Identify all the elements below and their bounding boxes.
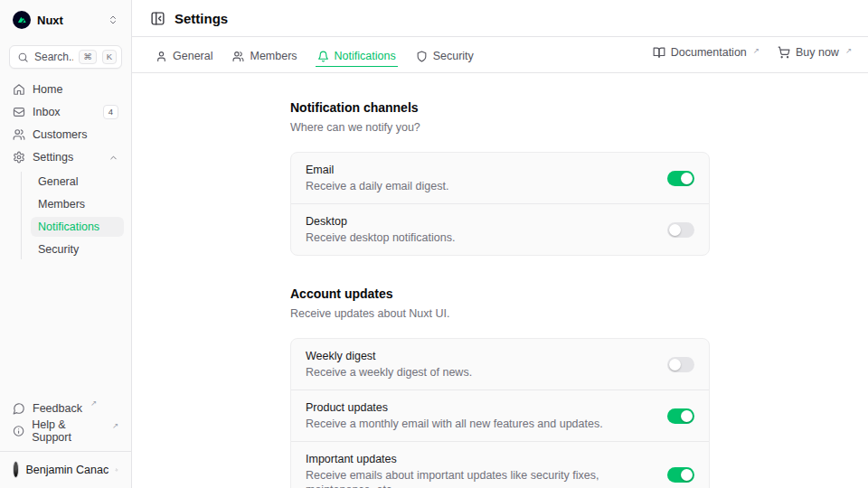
setting-row-email: Email Receive a daily email digest.	[291, 153, 709, 203]
setting-row-product-updates: Product updates Receive a monthly email …	[291, 389, 709, 441]
main-panel: Settings General Members Notifications S…	[132, 0, 868, 488]
tab-general[interactable]: General	[154, 42, 214, 67]
toolbar-button-label: Buy now	[796, 46, 839, 59]
setting-description: Receive emails about important updates l…	[306, 468, 653, 488]
collapse-sidebar-icon[interactable]	[150, 11, 165, 26]
setting-label: Email	[306, 163, 653, 177]
sidebar-item-label: Security	[38, 243, 79, 256]
settings-subnav: General Members Notifications Security	[21, 172, 124, 259]
tabs: General Members Notifications Security	[154, 42, 476, 72]
chevrons-up-down-icon	[115, 465, 118, 475]
inbox-icon	[13, 106, 25, 118]
tab-label: Notifications	[335, 50, 396, 62]
sidebar-item-members[interactable]: Members	[31, 194, 124, 214]
shield-icon	[416, 51, 428, 62]
weekly-digest-toggle[interactable]	[667, 357, 694, 372]
kbd-cmd: ⌘	[79, 50, 97, 64]
user-name: Benjamin Canac	[25, 464, 108, 476]
section-subtitle: Where can we notify you?	[290, 120, 710, 135]
documentation-button[interactable]: Documentation ↗	[646, 42, 767, 62]
sidebar: Nuxt ⌘ K Home Inbox 4 Customers Settings	[0, 0, 132, 488]
kbd-k: K	[102, 50, 117, 64]
sidebar-item-security[interactable]: Security	[31, 239, 124, 259]
user-menu[interactable]: Benjamin Canac	[7, 458, 124, 481]
toolbar: General Members Notifications Security D…	[132, 37, 868, 73]
toolbar-button-label: Documentation	[671, 46, 747, 59]
sidebar-item-inbox[interactable]: Inbox 4	[7, 102, 124, 122]
sidebar-item-label: Customers	[33, 128, 87, 141]
section-notification-channels: Notification channels Where can we notif…	[290, 99, 710, 256]
email-toggle[interactable]	[667, 171, 694, 186]
tab-label: General	[173, 50, 212, 62]
section-title: Account updates	[290, 286, 710, 302]
toolbar-actions: Documentation ↗ Buy now ↗	[646, 42, 859, 62]
setting-row-weekly-digest: Weekly digest Receive a weekly digest of…	[291, 339, 709, 389]
tab-label: Security	[433, 50, 474, 62]
setting-label: Product updates	[306, 400, 653, 415]
sidebar-item-home[interactable]: Home	[7, 80, 124, 99]
footer-link-label: Feedback	[33, 402, 82, 415]
chevrons-up-down-icon	[108, 14, 118, 25]
external-link-icon: ↗	[753, 46, 760, 55]
chevron-up-icon	[108, 153, 118, 163]
help-support-link[interactable]: Help & Support ↗	[7, 421, 124, 441]
sidebar-item-label: General	[38, 175, 78, 188]
sidebar-item-label: Home	[33, 83, 62, 96]
info-circle-icon	[13, 425, 24, 437]
setting-description: Receive a weekly digest of news.	[306, 365, 653, 380]
nuxt-logo-icon	[13, 11, 31, 29]
section-subtitle: Receive updates about Nuxt UI.	[290, 306, 710, 321]
chat-bubble-icon	[13, 402, 25, 415]
home-icon	[13, 83, 25, 96]
cart-icon	[778, 46, 790, 59]
external-link-icon: ↗	[845, 46, 852, 55]
sidebar-item-general[interactable]: General	[31, 172, 124, 192]
tab-members[interactable]: Members	[231, 42, 298, 67]
setting-label: Weekly digest	[306, 349, 653, 363]
bell-icon	[317, 51, 329, 62]
setting-description: Receive a monthly email with all new fea…	[306, 417, 653, 431]
search-input[interactable]: ⌘ K	[9, 45, 122, 69]
tab-security[interactable]: Security	[414, 42, 476, 67]
section-title: Notification channels	[290, 99, 710, 116]
users-icon	[13, 128, 25, 141]
sidebar-item-settings[interactable]: Settings	[7, 147, 124, 167]
setting-description: Receive desktop notifications.	[306, 230, 653, 245]
tab-notifications[interactable]: Notifications	[316, 42, 398, 67]
avatar	[13, 461, 19, 478]
sidebar-item-customers[interactable]: Customers	[7, 125, 124, 145]
page-header: Settings	[132, 0, 868, 37]
external-link-icon: ↗	[90, 399, 97, 408]
buy-now-button[interactable]: Buy now ↗	[770, 42, 859, 62]
setting-label: Important updates	[306, 452, 653, 466]
sidebar-item-label: Settings	[33, 151, 101, 164]
setting-description: Receive a daily email digest.	[306, 179, 653, 193]
sidebar-item-label: Members	[38, 198, 85, 211]
desktop-toggle[interactable]	[667, 222, 694, 238]
gear-icon	[13, 151, 25, 164]
settings-card: Email Receive a daily email digest. Desk…	[290, 152, 710, 256]
important-updates-toggle[interactable]	[667, 467, 694, 483]
settings-card: Weekly digest Receive a weekly digest of…	[290, 338, 710, 488]
team-name: Nuxt	[37, 14, 101, 27]
sidebar-item-label: Inbox	[33, 106, 96, 118]
search-icon	[17, 52, 29, 63]
sidebar-footer: Feedback ↗ Help & Support ↗ Benjamin Can…	[7, 399, 124, 481]
product-updates-toggle[interactable]	[667, 408, 694, 424]
sidebar-nav: Home Inbox 4 Customers Settings General …	[7, 80, 124, 259]
page-title: Settings	[175, 11, 228, 26]
book-icon	[653, 46, 665, 59]
team-switcher[interactable]: Nuxt	[7, 7, 124, 33]
user-icon	[156, 51, 167, 62]
section-account-updates: Account updates Receive updates about Nu…	[290, 286, 710, 488]
tab-label: Members	[250, 50, 297, 62]
setting-label: Desktop	[306, 214, 653, 229]
setting-row-important-updates: Important updates Receive emails about i…	[291, 441, 709, 488]
feedback-link[interactable]: Feedback ↗	[7, 399, 124, 418]
setting-row-desktop: Desktop Receive desktop notifications.	[291, 203, 709, 255]
settings-content: Notification channels Where can we notif…	[132, 73, 868, 488]
sidebar-item-notifications[interactable]: Notifications	[31, 217, 124, 237]
inbox-badge: 4	[103, 105, 118, 119]
search-field[interactable]	[34, 51, 73, 63]
sidebar-item-label: Notifications	[38, 221, 99, 233]
